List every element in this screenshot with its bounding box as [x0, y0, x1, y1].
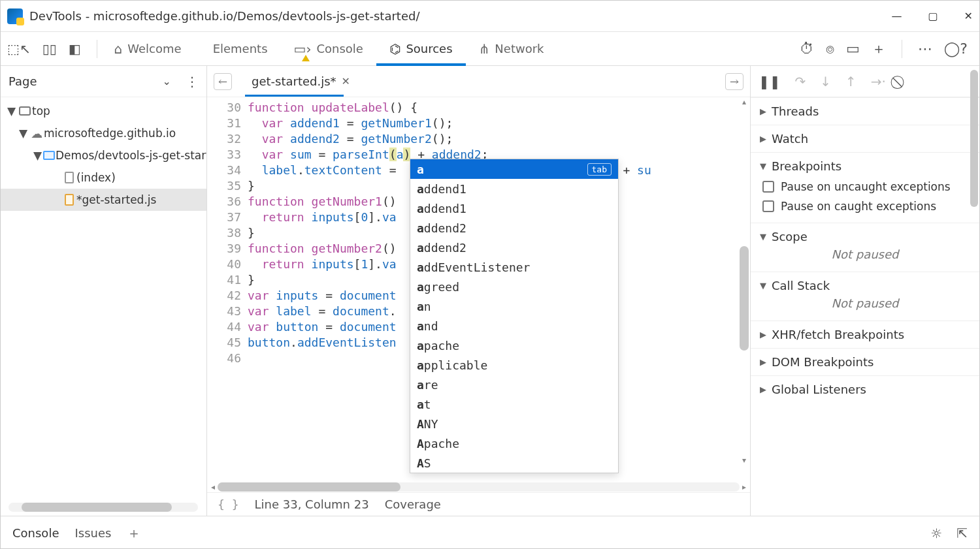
application-icon[interactable]: ▭ [846, 40, 860, 57]
cloud-icon: ☁ [29, 127, 44, 140]
editor-pane: 🡐 get-started.js* ✕ 🡒 30 31 32 33 34 35 … [207, 66, 751, 516]
memory-icon[interactable]: ⌾ [826, 40, 834, 57]
frame-icon [19, 106, 31, 116]
tab-console[interactable]: ▭›Console [281, 32, 376, 65]
autocomplete-item[interactable]: apache [410, 336, 618, 355]
autocomplete-item[interactable]: addend1 [410, 179, 618, 198]
tree-domain[interactable]: ▼ ☁ microsoftedge.github.io [1, 122, 206, 144]
navigator-header: Page ⌄ ⋮ [1, 66, 206, 97]
autocomplete-item[interactable]: applicable [410, 355, 618, 375]
sidebar-hscrollbar[interactable] [8, 503, 198, 512]
tab-hint: tab [587, 163, 612, 176]
section-xhr[interactable]: ▶XHR/fetch Breakpoints [751, 321, 979, 348]
section-threads[interactable]: ▶Threads [751, 97, 979, 125]
section-callstack[interactable]: ▼Call Stack Not paused [751, 272, 979, 321]
drawer-tab-issues[interactable]: Issues [74, 526, 111, 540]
autocomplete-item[interactable]: and [410, 316, 618, 336]
divider [902, 40, 902, 58]
more-tabs-icon[interactable]: ＋ [872, 39, 886, 59]
navigator-pane: Page ⌄ ⋮ ▼ top ▼ ☁ microsoftedge.github.… [1, 66, 207, 516]
inspect-icon[interactable]: ⬚↖ [7, 41, 31, 57]
minimize-icon[interactable]: — [891, 10, 902, 22]
divider [97, 40, 97, 58]
dock-side-icon[interactable]: ◧ [69, 41, 81, 57]
autocomplete-item[interactable]: Apache [410, 433, 618, 453]
drawer-sensors-icon[interactable]: ☼ [930, 525, 942, 541]
drawer-tab-console[interactable]: Console [12, 526, 59, 540]
tree-file-index[interactable]: (index) [1, 166, 206, 189]
section-dom-bp[interactable]: ▶DOM Breakpoints [751, 348, 979, 375]
drawer: Console Issues ＋ ☼ ⇱ [1, 516, 979, 549]
tab-network[interactable]: ⋔Network [466, 32, 557, 65]
more-vert-icon[interactable]: ⋮ [186, 74, 199, 89]
editor-vscrollbar[interactable]: ▴▾ [740, 97, 749, 467]
autocomplete-popup: atabaddend1addend1addend2addend2addEvent… [410, 159, 619, 473]
devtools-app-icon [7, 8, 23, 24]
tab-elements[interactable]: Elements [195, 32, 281, 65]
scope-not-paused: Not paused [760, 243, 970, 265]
autocomplete-item[interactable]: ANY [410, 414, 618, 433]
step-over-icon[interactable]: ↷ [795, 74, 806, 89]
tree-folder[interactable]: ▼ Demos/devtools-js-get-started [1, 144, 206, 166]
help-icon[interactable]: ◯? [944, 40, 968, 57]
checkbox-icon[interactable] [762, 181, 774, 193]
autocomplete-item[interactable]: an [410, 296, 618, 316]
sources-icon: ⌬ [389, 41, 400, 57]
editor-status-bar: { } Line 33, Column 23 Coverage [207, 492, 750, 516]
file-tab[interactable]: get-started.js* ✕ [245, 66, 357, 97]
step-icon[interactable]: →· [871, 74, 886, 89]
debugger-pane: ❚❚ ↷ ↓ ↑ →· ⃠ ▶Threads ▶Watch ▼Breakpoin… [751, 66, 979, 516]
performance-icon[interactable]: ⏱ [800, 40, 814, 57]
network-icon: ⋔ [479, 41, 490, 57]
main-toolbar: ⬚↖ ▯▯ ◧ ⌂WelcomeElements▭›Console⌬Source… [1, 32, 979, 66]
window-controls: — ▢ ✕ [891, 10, 973, 22]
maximize-icon[interactable]: ▢ [928, 10, 938, 22]
nav-forward-button[interactable]: 🡒 [725, 73, 743, 90]
file-tab-label: get-started.js* [252, 74, 336, 88]
line-gutter: 30 31 32 33 34 35 36 37 38 39 40 41 42 4… [207, 97, 248, 482]
file-tree: ▼ top ▼ ☁ microsoftedge.github.io ▼ Demo… [1, 97, 206, 516]
chevron-down-icon[interactable]: ⌄ [163, 75, 171, 87]
bp-caught-row[interactable]: Pause on caught exceptions [762, 196, 970, 216]
tab-sources[interactable]: ⌬Sources [376, 32, 466, 65]
device-toggle-icon[interactable]: ▯▯ [42, 41, 57, 57]
autocomplete-item[interactable]: at [410, 394, 618, 414]
autocomplete-item[interactable]: addend1 [410, 198, 618, 218]
autocomplete-item[interactable]: addend2 [410, 218, 618, 238]
more-menu-icon[interactable]: ⋯ [918, 40, 932, 57]
step-out-icon[interactable]: ↑ [845, 74, 857, 89]
tree-file-getstarted[interactable]: *get-started.js [1, 189, 206, 211]
close-icon[interactable]: ✕ [964, 10, 973, 22]
js-file-icon [65, 194, 74, 206]
autocomplete-item[interactable]: atab [410, 159, 618, 179]
checkbox-icon[interactable] [762, 200, 774, 212]
section-breakpoints[interactable]: ▼Breakpoints Pause on uncaught exception… [751, 152, 979, 223]
tree-top-frame[interactable]: ▼ top [1, 100, 206, 122]
pause-icon[interactable]: ❚❚ [759, 74, 781, 89]
add-drawer-tab-icon[interactable]: ＋ [127, 524, 141, 543]
section-watch[interactable]: ▶Watch [751, 125, 979, 152]
editor-hscrollbar[interactable]: ◂▸ [207, 482, 750, 492]
bp-uncaught-row[interactable]: Pause on uncaught exceptions [762, 177, 970, 196]
section-scope[interactable]: ▼Scope Not paused [751, 223, 979, 272]
step-into-icon[interactable]: ↓ [820, 74, 831, 89]
autocomplete-item[interactable]: addEventListener [410, 257, 618, 277]
console-icon: ▭› [294, 41, 312, 57]
autocomplete-item[interactable]: AS [410, 453, 618, 473]
nav-back-button[interactable]: 🡐 [214, 73, 232, 90]
autocomplete-item[interactable]: addend2 [410, 238, 618, 257]
document-icon [65, 172, 74, 183]
tab-welcome[interactable]: ⌂Welcome [101, 32, 195, 65]
folder-icon [43, 151, 55, 160]
debugger-vscrollbar[interactable] [970, 69, 978, 513]
drawer-expand-icon[interactable]: ⇱ [956, 525, 968, 541]
warning-badge-icon [302, 55, 310, 61]
close-tab-icon[interactable]: ✕ [342, 75, 350, 87]
navigator-dropdown[interactable]: Page [8, 74, 37, 88]
autocomplete-item[interactable]: are [410, 375, 618, 394]
autocomplete-item[interactable]: agreed [410, 277, 618, 296]
editor-header: 🡐 get-started.js* ✕ 🡒 [207, 66, 750, 97]
window-title: DevTools - microsoftedge.github.io/Demos… [29, 9, 419, 23]
section-listeners[interactable]: ▶Global Listeners [751, 375, 979, 403]
pretty-print-icon[interactable]: { } [218, 497, 239, 511]
